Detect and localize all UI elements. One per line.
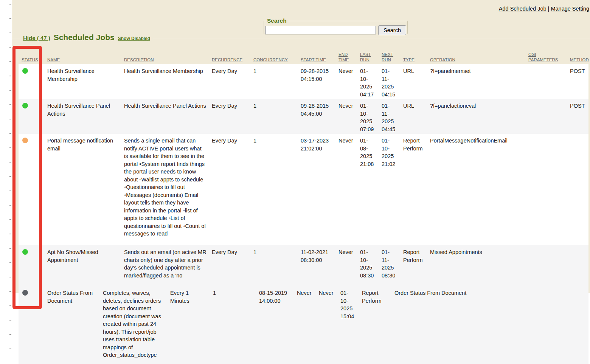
cell-start-time: 09-28-2015 04:45:00	[298, 99, 335, 134]
top-links-separator: |	[548, 6, 550, 12]
cell-recurrence: Every 1 Minutes	[167, 286, 210, 360]
status-cell	[19, 64, 44, 99]
cell-name: Portal message notification email	[44, 134, 121, 245]
cell-name: Order Status From Document	[44, 286, 100, 360]
column-header-operation[interactable]: OPERATION	[427, 57, 525, 62]
cell-description: Completes, waives, deletes, declines ord…	[100, 286, 167, 360]
cell-type: Report Perform	[359, 286, 391, 360]
cell-operation: PortalMessageNotificationEmail	[427, 134, 525, 245]
cell-last-run: 01-10-2025 04:17	[357, 64, 379, 99]
status-cell	[19, 134, 44, 245]
column-header-type[interactable]: TYPE	[400, 57, 427, 62]
cell-concurrency: 1	[250, 134, 298, 245]
cell-next-run: 01-10-2025 15:04	[337, 286, 359, 360]
column-header-cgi-parameters[interactable]: CGI PARAMETERS	[525, 52, 567, 62]
cell-recurrence: Every Day	[209, 134, 250, 245]
cell-end-time: Never	[335, 99, 357, 134]
search-button[interactable]: Search	[378, 25, 406, 35]
status-cell	[19, 99, 44, 134]
status-dot-gray	[22, 290, 28, 296]
cell-recurrence: Every Day	[209, 99, 250, 134]
scheduled-jobs-table: STATUSNAMEDESCRIPTIONRECURRENCECONCURREN…	[19, 47, 588, 287]
scheduled-jobs-legend: Hide ( 47 ) Scheduled Jobs Show Disabled	[20, 34, 153, 43]
cell-method: POST	[567, 64, 588, 99]
cell-last-run: Never	[316, 286, 337, 360]
cell-method: POST	[567, 99, 588, 134]
cell-last-run: 01-10-2025 08:30	[357, 245, 379, 287]
cell-recurrence: Every Day	[209, 245, 250, 287]
cell-concurrency: 1	[250, 99, 298, 134]
cell-operation: ?f=panelactioneval	[427, 99, 525, 134]
search-fieldset: Search Search	[264, 17, 408, 34]
cell-description: Sends out an email (on active MR charts …	[121, 245, 209, 287]
cell-end-time: Never	[335, 134, 357, 245]
cell-description: Health Surveillance Panel Actions	[121, 99, 209, 134]
cell-start-time: 09-28-2015 04:15:00	[298, 64, 335, 99]
status-dot-green	[22, 68, 28, 74]
cell-concurrency: 1	[250, 64, 298, 99]
add-scheduled-job-link[interactable]: Add Scheduled Job	[499, 6, 547, 12]
column-header-description[interactable]: DESCRIPTION	[121, 57, 209, 62]
gutter-tick-marks	[9, 4, 11, 359]
cell-next-run: 01-11-2025 04:15	[379, 64, 400, 99]
hide-count-link[interactable]: Hide ( 47 )	[23, 34, 50, 42]
cell-description: Sends a single email that can notify ACT…	[121, 134, 209, 245]
cell-next-run: 01-11-2025 04:45	[379, 99, 400, 134]
column-header-name[interactable]: NAME	[44, 57, 121, 62]
cell-description: Health Surveillance Membership	[121, 64, 209, 99]
cell-cgi-parameters	[525, 245, 567, 287]
cell-end-time: Never	[335, 245, 357, 287]
status-cell	[19, 286, 44, 360]
cell-operation: ?f=panelmemset	[427, 64, 525, 99]
status-dot-green	[22, 103, 28, 108]
cell-start-time: 03-17-2023 21:02:00	[298, 134, 335, 245]
cell-type: Report Perform	[400, 245, 427, 287]
column-header-start-time[interactable]: START TIME	[298, 57, 335, 62]
page-title: Scheduled Jobs	[54, 34, 115, 42]
cell-name: Apt No Show/Missed Appointment	[44, 245, 121, 287]
cell-end-time: Never	[294, 286, 316, 360]
column-header-concurrency[interactable]: CONCURRENCY	[250, 57, 298, 62]
status-dot-green	[22, 249, 28, 255]
cell-last-run: 01-10-2025 07:09	[357, 99, 379, 134]
cell-type: URL	[400, 99, 427, 134]
column-header-next-run[interactable]: NEXT RUN	[379, 52, 400, 62]
cell-start-time: 08-15-2019 14:00:00	[256, 286, 294, 360]
table-row: Apt No Show/Missed AppointmentSends out …	[19, 245, 588, 287]
search-legend: Search	[266, 17, 288, 25]
cell-cgi-parameters	[525, 134, 567, 245]
cell-concurrency: 1	[210, 286, 256, 360]
cell-type: URL	[400, 64, 427, 99]
left-gutter	[0, 0, 12, 364]
cell-end-time: Never	[335, 64, 357, 99]
cell-recurrence: Every Day	[209, 64, 250, 99]
search-input[interactable]	[265, 26, 376, 34]
cell-operation: Missed Appointments	[427, 245, 525, 287]
cell-name: Health Surveillance Panel Actions	[44, 99, 121, 134]
column-header-status[interactable]: STATUS	[19, 57, 44, 62]
cell-type: Report Perform	[400, 134, 427, 245]
cell-cgi-parameters	[525, 99, 567, 134]
table-row: Portal message notification emailSends a…	[19, 134, 588, 245]
cell-method	[567, 245, 588, 287]
cell-start-time: 11-02-2021 08:30:00	[298, 245, 335, 287]
status-cell	[19, 245, 44, 287]
column-header-last-run[interactable]: LAST RUN	[357, 52, 379, 62]
show-disabled-link[interactable]: Show Disabled	[118, 35, 150, 43]
cell-cgi-parameters	[525, 64, 567, 99]
cell-name: Health Surveillance Membership	[44, 64, 121, 99]
cell-next-run: 01-11-2025 08:30	[379, 245, 400, 287]
cell-method	[567, 134, 588, 245]
table-header-row: STATUSNAMEDESCRIPTIONRECURRENCECONCURREN…	[19, 47, 588, 64]
column-header-method[interactable]: METHOD	[567, 57, 588, 62]
table-row: Order Status From DocumentCompletes, wai…	[19, 286, 588, 360]
top-links-bar: Add Scheduled Job | Manage Setting	[499, 5, 589, 13]
column-header-recurrence[interactable]: RECURRENCE	[209, 57, 250, 62]
scheduled-jobs-table-continued: Order Status From DocumentCompletes, wai…	[19, 286, 588, 364]
status-dot-orange	[22, 138, 28, 143]
cell-concurrency: 1	[250, 245, 298, 287]
column-header-end-time[interactable]: END TIME	[335, 52, 357, 62]
manage-settings-link[interactable]: Manage Setting	[551, 6, 589, 12]
cell-next-run: 01-10-2025 21:02	[379, 134, 400, 245]
cell-operation: Order Status From Document	[391, 286, 588, 360]
